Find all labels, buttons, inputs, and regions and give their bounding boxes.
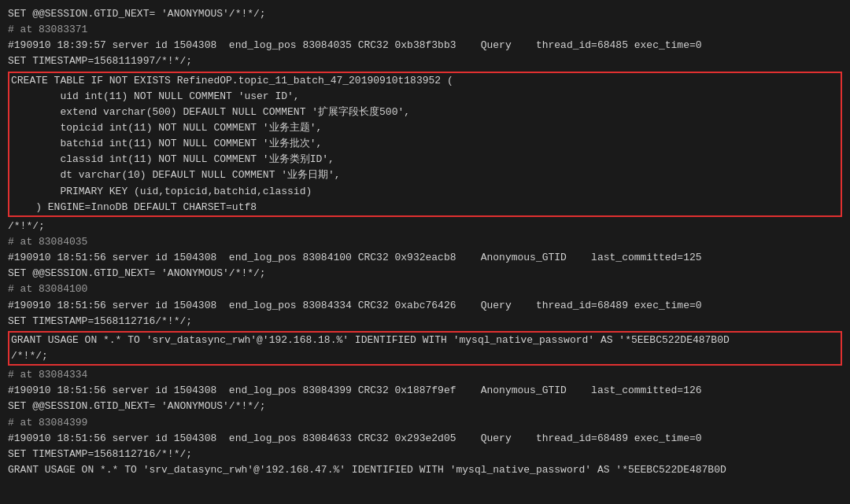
line-end-comment-1: /*!*/; [8, 219, 842, 234]
line-col-batchid: batchid int(11) NOT NULL COMMENT '业务批次', [11, 136, 839, 152]
terminal-window: SET @@SESSION.GTID_NEXT= 'ANONYMOUS'/*!*… [0, 0, 850, 504]
line-meta-1: #190910 18:39:57 server id 1504308 end_l… [8, 38, 842, 53]
line-meta-5: #190910 18:51:56 server id 1504308 end_l… [8, 431, 842, 447]
line-grant-2: GRANT USAGE ON *.* TO 'srv_datasync_rwh'… [8, 462, 842, 478]
line-set-timestamp-1: SET TIMESTAMP=1568111997/*!*/; [8, 53, 842, 69]
line-at-83084334: # at 83084334 [8, 367, 842, 383]
line-at-83084035: # at 83084035 [8, 234, 842, 250]
highlight-box-create-table: CREATE TABLE IF NOT EXISTS RefinedOP.top… [8, 72, 842, 217]
line-primary-key: PRIMARY KEY (uid,topicid,batchid,classid… [11, 184, 839, 200]
line-grant-1: GRANT USAGE ON *.* TO 'srv_datasync_rwh'… [11, 333, 839, 348]
line-at-83084399: # at 83084399 [8, 415, 842, 431]
line-create-table: CREATE TABLE IF NOT EXISTS RefinedOP.top… [11, 73, 839, 89]
line-grant-end-1: /*!*/; [11, 348, 839, 364]
line-col-classid: classid int(11) NOT NULL COMMENT '业务类别ID… [11, 152, 839, 167]
line-set-gtid-2: SET @@SESSION.GTID_NEXT= 'ANONYMOUS'/*!*… [8, 266, 842, 281]
line-set-gtid-3: SET @@SESSION.GTID_NEXT= 'ANONYMOUS'/*!*… [8, 399, 842, 414]
line-set-timestamp-2: SET TIMESTAMP=1568112716/*!*/; [8, 314, 842, 329]
line-col-extend: extend varchar(500) DEFAULT NULL COMMENT… [11, 105, 839, 120]
highlight-box-grant-1: GRANT USAGE ON *.* TO 'srv_datasync_rwh'… [8, 331, 842, 366]
line-meta-2: #190910 18:51:56 server id 1504308 end_l… [8, 250, 842, 266]
line-meta-4: #190910 18:51:56 server id 1504308 end_l… [8, 383, 842, 399]
line-at-83083371: # at 83083371 [8, 22, 842, 38]
line-set-timestamp-3: SET TIMESTAMP=1568112716/*!*/; [8, 447, 842, 462]
line-set-gtid: SET @@SESSION.GTID_NEXT= 'ANONYMOUS'/*!*… [8, 6, 842, 22]
line-meta-3: #190910 18:51:56 server id 1504308 end_l… [8, 298, 842, 314]
line-engine: ) ENGINE=InnoDB DEFAULT CHARSET=utf8 [11, 200, 839, 215]
line-at-83084100: # at 83084100 [8, 281, 842, 297]
line-col-topicid: topicid int(11) NOT NULL COMMENT '业务主题', [11, 120, 839, 136]
line-col-uid: uid int(11) NOT NULL COMMENT 'user ID', [11, 89, 839, 105]
line-col-dt: dt varchar(10) DEFAULT NULL COMMENT '业务日… [11, 167, 839, 183]
